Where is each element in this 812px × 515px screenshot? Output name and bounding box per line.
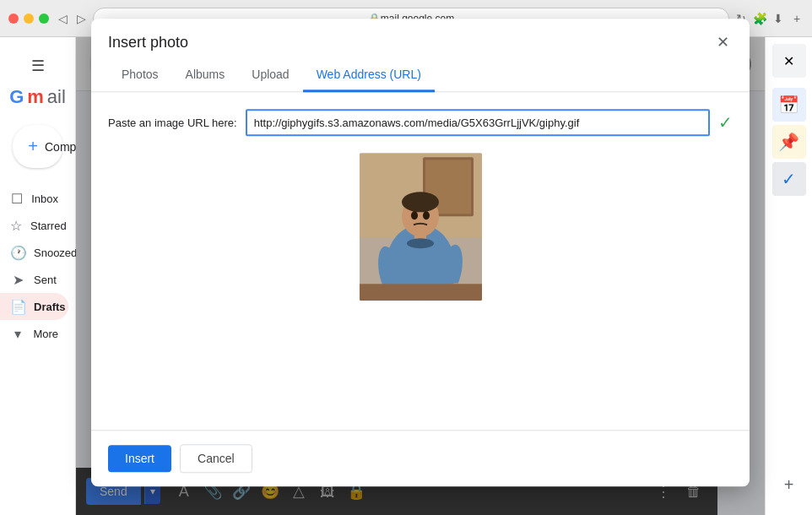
sidebar: ☰ Gmail + Compose ☐ Inbox ☆ Starred 🕐 Sn… <box>0 37 76 515</box>
add-addon-button[interactable]: + <box>772 468 806 508</box>
image-preview <box>360 153 482 301</box>
tasks-icon[interactable]: ✓ <box>772 162 806 196</box>
tab-albums[interactable]: Albums <box>172 59 239 92</box>
gmail-logo-g: G <box>9 86 24 108</box>
more-chevron-icon: ▾ <box>10 326 24 342</box>
inbox-icon: ☐ <box>10 191 23 207</box>
sidebar-item-more[interactable]: ▾ More <box>0 320 68 347</box>
svg-point-6 <box>402 192 439 212</box>
dialog-footer: Insert Cancel <box>91 430 750 486</box>
url-input[interactable] <box>246 109 710 136</box>
dialog-tabs: Photos Albums Upload Web Address (URL) <box>91 59 750 92</box>
minimize-button[interactable] <box>24 14 34 24</box>
close-button[interactable] <box>8 14 19 24</box>
download-icon[interactable]: ⬇ <box>771 12 785 25</box>
compose-plus-icon: + <box>28 137 38 156</box>
traffic-lights <box>8 14 49 24</box>
keep-icon[interactable]: 📌 <box>772 125 806 159</box>
svg-point-10 <box>407 238 434 248</box>
close-right-panel-button[interactable]: ✕ <box>772 44 806 78</box>
drafts-icon: 📄 <box>10 299 25 315</box>
sidebar-item-drafts[interactable]: 📄 Drafts <box>0 293 68 320</box>
dialog-body: Paste an image URL here: ✓ <box>91 92 750 430</box>
dialog-header: Insert photo ✕ <box>91 19 750 52</box>
dialog-close-button[interactable]: ✕ <box>712 32 733 52</box>
dialog-title: Insert photo <box>108 34 188 52</box>
right-panel: ✕ 📅 📌 ✓ + <box>765 37 812 515</box>
tab-photos[interactable]: Photos <box>108 59 172 92</box>
starred-icon: ☆ <box>10 218 22 234</box>
new-tab-icon[interactable]: + <box>790 12 804 25</box>
sidebar-top: ☰ Gmail <box>0 44 75 117</box>
nav-items: ☐ Inbox ☆ Starred 🕐 Snoozed ➤ Sent 📄 Dra… <box>0 185 75 508</box>
svg-point-8 <box>423 211 430 220</box>
sent-icon: ➤ <box>10 272 25 288</box>
back-icon[interactable]: ◁ <box>56 12 69 25</box>
snoozed-label: Snoozed <box>34 247 77 259</box>
compose-area: + Compose <box>0 117 75 185</box>
snoozed-icon: 🕐 <box>10 245 25 261</box>
drafts-label: Drafts <box>34 301 66 313</box>
tab-upload[interactable]: Upload <box>238 59 302 92</box>
tab-web-address[interactable]: Web Address (URL) <box>303 59 435 92</box>
calendar-icon[interactable]: 📅 <box>772 88 806 122</box>
preview-svg <box>360 153 482 301</box>
app-container: ☰ Gmail + Compose ☐ Inbox ☆ Starred 🕐 Sn… <box>0 37 812 515</box>
starred-label: Starred <box>30 220 67 232</box>
sidebar-item-inbox[interactable]: ☐ Inbox <box>0 185 68 212</box>
sidebar-item-starred[interactable]: ☆ Starred <box>0 212 68 239</box>
cancel-button[interactable]: Cancel <box>180 444 252 473</box>
compose-button[interactable]: + Compose <box>13 125 62 168</box>
url-check-icon[interactable]: ✓ <box>718 112 733 133</box>
add-icon[interactable]: + <box>772 468 806 501</box>
extensions-icon[interactable]: 🧩 <box>753 12 766 25</box>
insert-button[interactable]: Insert <box>108 445 171 472</box>
maximize-button[interactable] <box>39 14 49 24</box>
svg-point-7 <box>411 211 418 220</box>
hamburger-button[interactable]: ☰ <box>21 49 55 83</box>
url-label: Paste an image URL here: <box>108 117 237 129</box>
sent-label: Sent <box>34 274 57 286</box>
url-input-row: Paste an image URL here: ✓ <box>108 109 733 136</box>
svg-rect-15 <box>360 284 482 301</box>
forward-icon[interactable]: ▷ <box>74 12 88 25</box>
more-label: More <box>33 328 58 340</box>
image-preview-area <box>108 153 733 301</box>
sidebar-item-snoozed[interactable]: 🕐 Snoozed <box>0 239 68 266</box>
inbox-label: Inbox <box>31 192 58 205</box>
insert-photo-dialog: Insert photo ✕ Photos Albums Upload Web … <box>91 19 750 486</box>
gmail-logo: Gmail <box>3 83 73 111</box>
sidebar-item-sent[interactable]: ➤ Sent <box>0 266 68 293</box>
main-content: 🔍 ✕ ▾ ? ⠿ G Suite ⚙ Insert photo ✕ Pho <box>76 37 765 515</box>
